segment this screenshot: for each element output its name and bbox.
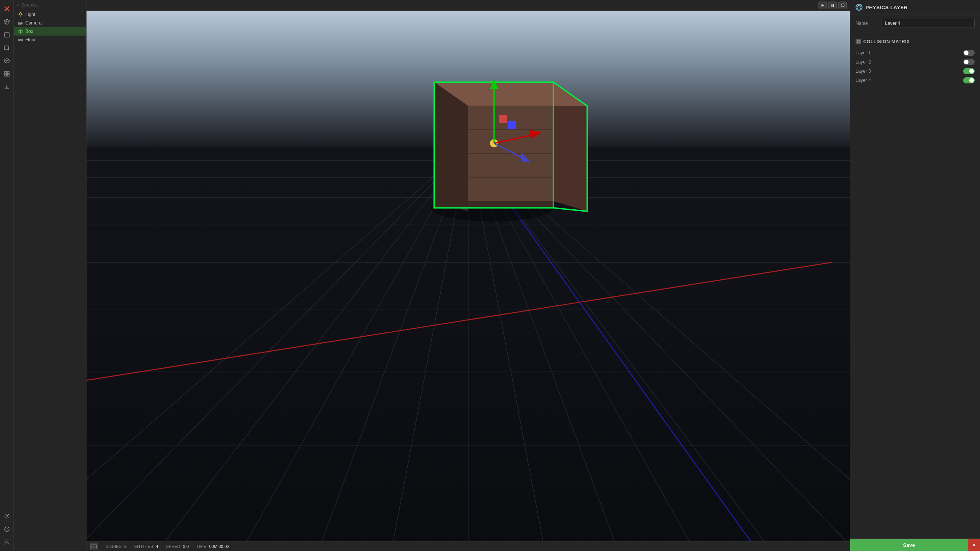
name-section: Name [850, 15, 980, 35]
svg-point-23 [82, 5, 82, 5]
pause-button[interactable] [828, 2, 837, 9]
scene-panel: Light Camera Box [14, 0, 87, 551]
collision-matrix-icon [856, 39, 861, 44]
svg-rect-33 [18, 39, 23, 41]
scene-items-list: Light Camera Box [14, 10, 86, 551]
import-icon[interactable] [1, 81, 13, 93]
name-label: Name [856, 21, 879, 26]
name-input[interactable] [882, 19, 975, 28]
collision-matrix-header: COLLISION MATRIX [856, 39, 975, 44]
scene-item-box[interactable]: Box [14, 27, 86, 36]
svg-line-10 [5, 60, 7, 61]
svg-rect-29 [18, 22, 21, 24]
svg-rect-14 [5, 74, 7, 76]
svg-rect-89 [859, 40, 860, 42]
layer1-row: Layer 1 [856, 48, 975, 57]
svg-rect-84 [92, 545, 96, 548]
bodies-status: BODIES: 2 [106, 544, 127, 549]
viewport-area: BODIES: 2 ENTITIES: 4 SPEED: 0.0 TIME: 0… [87, 0, 850, 551]
box-icon [18, 29, 23, 34]
viewport-toolbar [87, 0, 850, 11]
floor-icon [18, 37, 23, 42]
grid-icon[interactable] [1, 68, 13, 80]
scene-item-light[interactable]: Light [14, 10, 86, 19]
stop-button[interactable] [838, 2, 847, 9]
scene-view-btn[interactable] [90, 543, 98, 550]
play-button[interactable] [818, 2, 827, 9]
search-icon [17, 3, 19, 7]
svg-marker-34 [822, 4, 824, 7]
panel-header-icon [856, 4, 862, 11]
status-bar: BODIES: 2 ENTITIES: 4 SPEED: 0.0 TIME: 0… [87, 541, 850, 551]
account-icon[interactable] [1, 536, 13, 548]
svg-rect-36 [833, 4, 834, 7]
speed-label: SPEED: [166, 544, 181, 549]
layer4-label: Layer 4 [856, 78, 959, 83]
time-status: TIME: 00M:00.0S [196, 544, 230, 549]
svg-line-22 [18, 5, 19, 6]
scene-search-bar [14, 0, 86, 10]
svg-point-19 [6, 528, 8, 530]
layer1-label: Layer 1 [856, 50, 959, 55]
svg-rect-88 [857, 40, 858, 42]
save-button[interactable]: Save [850, 539, 968, 551]
speed-status: SPEED: 0.0 [166, 544, 189, 549]
svg-rect-13 [7, 72, 9, 73]
collision-matrix-section: COLLISION MATRIX Layer 1 Layer 2 Layer 3… [850, 35, 980, 89]
viewport-3d[interactable] [87, 11, 850, 541]
svg-point-20 [6, 540, 8, 542]
svg-rect-35 [831, 4, 833, 7]
settings-icon[interactable] [1, 510, 13, 522]
bodies-label: BODIES: [106, 544, 123, 549]
svg-point-30 [19, 23, 20, 24]
svg-point-24 [19, 13, 21, 15]
scene-viewport-svg [87, 11, 850, 541]
layer3-label: Layer 3 [856, 68, 959, 74]
floor-label: Floor [25, 37, 36, 42]
svg-rect-15 [7, 74, 9, 76]
icon-bar [0, 0, 14, 551]
bodies-value: 2 [124, 544, 127, 549]
svg-rect-83 [499, 115, 507, 123]
svg-point-17 [6, 515, 8, 517]
logo-icon[interactable] [1, 3, 13, 15]
svg-rect-80 [508, 121, 516, 129]
camera-icon [18, 20, 23, 26]
scene-item-floor[interactable]: Floor [14, 36, 86, 44]
layer2-toggle[interactable] [963, 59, 975, 65]
layer3-toggle[interactable] [963, 68, 975, 74]
resource-icon[interactable] [1, 42, 13, 54]
entities-value: 4 [156, 544, 158, 549]
box-label: Box [25, 29, 33, 34]
collision-matrix-title: COLLISION MATRIX [863, 39, 910, 44]
panel-header: PHYSICS LAYER [850, 0, 980, 15]
layer1-toggle[interactable] [963, 50, 975, 56]
move-icon[interactable] [1, 16, 13, 28]
script-icon[interactable] [1, 29, 13, 41]
right-panel: PHYSICS LAYER Name COLLISION MATRIX Laye… [850, 0, 980, 551]
light-icon [18, 12, 23, 17]
panel-title: PHYSICS LAYER [866, 5, 908, 10]
svg-line-11 [7, 60, 9, 61]
entities-label: ENTITIES: [134, 544, 155, 549]
light-label: Light [25, 12, 35, 17]
save-area: Save [850, 538, 980, 551]
theme-icon[interactable] [1, 523, 13, 535]
svg-rect-6 [5, 46, 8, 50]
layer4-toggle[interactable] [963, 77, 975, 83]
layer3-row: Layer 3 [856, 67, 975, 76]
close-save-button[interactable] [968, 539, 980, 551]
svg-rect-90 [857, 42, 858, 44]
name-row: Name [856, 19, 975, 28]
svg-rect-12 [5, 72, 7, 73]
settings-gear-icon[interactable] [81, 3, 83, 7]
assetlib-icon[interactable] [1, 55, 13, 67]
svg-point-18 [5, 527, 9, 531]
scene-item-camera[interactable]: Camera [14, 19, 86, 27]
svg-rect-91 [859, 42, 860, 44]
search-input[interactable] [21, 2, 79, 8]
entities-status: ENTITIES: 4 [134, 544, 158, 549]
layer4-row: Layer 4 [856, 76, 975, 85]
camera-label: Camera [25, 20, 42, 26]
time-value: 00M:00.0S [209, 544, 229, 549]
